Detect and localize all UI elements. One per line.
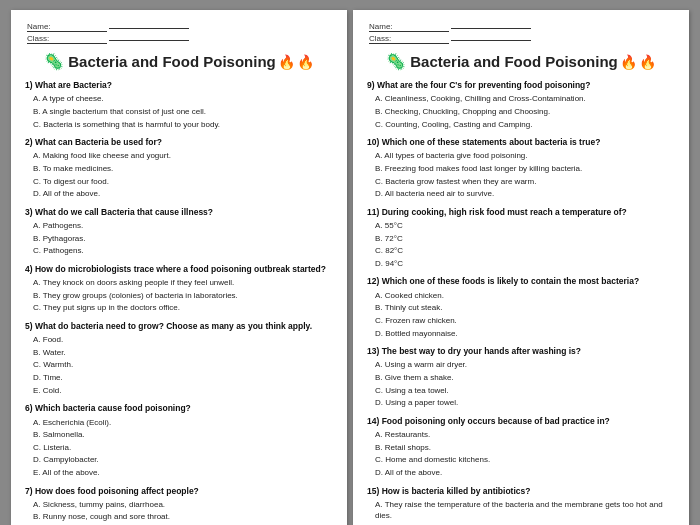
list-item: D. 94°C — [375, 258, 675, 270]
list-item: A. Restaurants. — [375, 429, 675, 441]
questions-page2: 9) What are the four C's for preventing … — [367, 79, 675, 525]
q15-text: 15) How is bacteria killed by antibiotic… — [367, 485, 675, 497]
list-item: C. Pathogens. — [33, 245, 333, 257]
class-underline-2 — [451, 40, 531, 41]
list-item: D. All bacteria need air to survive. — [375, 188, 675, 200]
q10-text: 10) Which one of these statements about … — [367, 136, 675, 148]
list-item: D. Using a paper towel. — [375, 397, 675, 409]
class-label-2: Class: — [369, 34, 449, 44]
q3-answers: A. Pathogens. B. Pythagoras. C. Pathogen… — [25, 220, 333, 257]
q2-text: 2) What can Bacteria be used for? — [25, 136, 333, 148]
list-item: C. Bacteria is something that is harmful… — [33, 119, 333, 131]
list-item: D. All of the above. — [33, 188, 333, 200]
list-item: A. Sickness, tummy pains, diarrhoea. — [33, 499, 333, 511]
class-line-1: Class: — [25, 34, 333, 44]
list-item: E. All of the above. — [33, 467, 333, 479]
q9-text: 9) What are the four C's for preventing … — [367, 79, 675, 91]
list-item: A. Pathogens. — [33, 220, 333, 232]
list-item: C. Listeria. — [33, 442, 333, 454]
question-1: 1) What are Bacteria? A. A type of chees… — [25, 79, 333, 130]
list-item: C. Using a tea towel. — [375, 385, 675, 397]
title-text-2: Bacteria and Food Poisoning — [410, 53, 618, 70]
q6-text: 6) Which bacteria cause food poisoning? — [25, 402, 333, 414]
question-6: 6) Which bacteria cause food poisoning? … — [25, 402, 333, 478]
page-1: Name: Class: 🦠 Bacteria and Food Poisoni… — [11, 10, 347, 525]
list-item: A. They raise the temperature of the bac… — [375, 499, 675, 522]
question-14: 14) Food poisoning only occurs because o… — [367, 415, 675, 479]
list-item: C. They put signs up in the doctors offi… — [33, 302, 333, 314]
q4-answers: A. They knock on doors asking people if … — [25, 277, 333, 314]
q9-answers: A. Cleanliness, Cooking, Chilling and Cr… — [367, 93, 675, 130]
class-underline-1 — [109, 40, 189, 41]
bacteria-icon-1: 🦠 — [44, 52, 64, 71]
class-label-1: Class: — [27, 34, 107, 44]
list-item: B. They grow groups (colonies) of bacter… — [33, 290, 333, 302]
list-item: A. 55°C — [375, 220, 675, 232]
q5-text: 5) What do bacteria need to grow? Choose… — [25, 320, 333, 332]
list-item: B. Thinly cut steak. — [375, 302, 675, 314]
q14-text: 14) Food poisoning only occurs because o… — [367, 415, 675, 427]
list-item: B. To make medicines. — [33, 163, 333, 175]
question-9: 9) What are the four C's for preventing … — [367, 79, 675, 130]
list-item: B. 72°C — [375, 233, 675, 245]
q1-answers: A. A type of cheese. B. A single bacteri… — [25, 93, 333, 130]
question-3: 3) What do we call Bacteria that cause i… — [25, 206, 333, 257]
name-line-2: Name: — [367, 22, 675, 32]
list-item: C. Home and domestic kitchens. — [375, 454, 675, 466]
bacteria-icon-2: 🦠 — [386, 52, 406, 71]
list-item: D. All of the above. — [375, 467, 675, 479]
list-item: A. Food. — [33, 334, 333, 346]
flame-icon-2a: 🔥 — [620, 54, 637, 70]
q2-answers: A. Making food like cheese and yogurt. B… — [25, 150, 333, 199]
q14-answers: A. Restaurants. B. Retail shops. C. Home… — [367, 429, 675, 478]
list-item: B. Give them a shake. — [375, 372, 675, 384]
question-2: 2) What can Bacteria be used for? A. Mak… — [25, 136, 333, 200]
list-item: C. Warmth. — [33, 359, 333, 371]
list-item: B. Water. — [33, 347, 333, 359]
title-bar-2: 🦠 Bacteria and Food Poisoning 🔥 🔥 — [367, 52, 675, 71]
question-7: 7) How does food poisoning affect people… — [25, 485, 333, 525]
question-13: 13) The best way to dry your hands after… — [367, 345, 675, 409]
name-label-1: Name: — [27, 22, 107, 32]
page-1-header: Name: Class: — [25, 22, 333, 44]
q12-answers: A. Cooked chicken. B. Thinly cut steak. … — [367, 290, 675, 339]
list-item: B. Retail shops. — [375, 442, 675, 454]
question-15: 15) How is bacteria killed by antibiotic… — [367, 485, 675, 525]
list-item: C. Frozen raw chicken. — [375, 315, 675, 327]
page-2: Name: Class: 🦠 Bacteria and Food Poisoni… — [353, 10, 689, 525]
list-item: B. A single bacterium that consist of ju… — [33, 106, 333, 118]
page-2-header: Name: Class: — [367, 22, 675, 44]
name-underline-2 — [451, 28, 531, 29]
q1-text: 1) What are Bacteria? — [25, 79, 333, 91]
list-item: A. Making food like cheese and yogurt. — [33, 150, 333, 162]
q7-text: 7) How does food poisoning affect people… — [25, 485, 333, 497]
list-item: D. Bottled mayonnaise. — [375, 328, 675, 340]
list-item: A. A type of cheese. — [33, 93, 333, 105]
list-item: A. They knock on doors asking people if … — [33, 277, 333, 289]
list-item: B. Freezing food makes food last longer … — [375, 163, 675, 175]
q6-answers: A. Escherichia (Ecoli). B. Salmonella. C… — [25, 417, 333, 479]
q7-answers: A. Sickness, tummy pains, diarrhoea. B. … — [25, 499, 333, 525]
list-item: A. Escherichia (Ecoli). — [33, 417, 333, 429]
q11-answers: A. 55°C B. 72°C C. 82°C D. 94°C — [367, 220, 675, 269]
q15-answers: A. They raise the temperature of the bac… — [367, 499, 675, 525]
name-label-2: Name: — [369, 22, 449, 32]
question-4: 4) How do microbiologists trace where a … — [25, 263, 333, 314]
flame-icon-2b: 🔥 — [639, 54, 656, 70]
list-item: B. Pythagoras. — [33, 233, 333, 245]
title-bar-1: 🦠 Bacteria and Food Poisoning 🔥 🔥 — [25, 52, 333, 71]
list-item: B. Salmonella. — [33, 429, 333, 441]
q12-text: 12) Which one of these foods is likely t… — [367, 275, 675, 287]
name-line-1: Name: — [25, 22, 333, 32]
q13-text: 13) The best way to dry your hands after… — [367, 345, 675, 357]
name-underline-1 — [109, 28, 189, 29]
q10-answers: A. All types of bacteria give food poiso… — [367, 150, 675, 199]
list-item: B. Checking, Chuckling, Chopping and Cho… — [375, 106, 675, 118]
list-item: D. Time. — [33, 372, 333, 384]
class-line-2: Class: — [367, 34, 675, 44]
list-item: C. Counting, Cooling, Casting and Campin… — [375, 119, 675, 131]
list-item: A. Cleanliness, Cooking, Chilling and Cr… — [375, 93, 675, 105]
list-item: C. 82°C — [375, 245, 675, 257]
question-5: 5) What do bacteria need to grow? Choose… — [25, 320, 333, 396]
question-11: 11) During cooking, high risk food must … — [367, 206, 675, 270]
